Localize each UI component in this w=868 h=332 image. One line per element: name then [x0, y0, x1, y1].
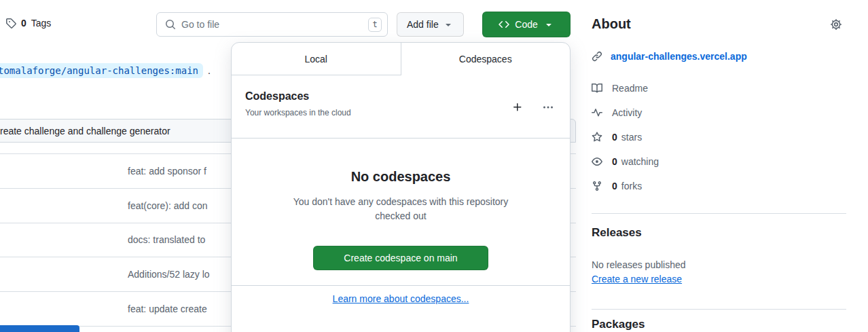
codespaces-header: Codespaces Your workspaces in the cloud: [232, 75, 570, 139]
github-repo-page: 0 Tags t Add file Code tomalaforge/angul…: [0, 0, 868, 332]
latest-commit-message[interactable]: create challenge and challenge generator: [0, 126, 170, 136]
new-codespace-button[interactable]: [509, 99, 526, 115]
sidebar-item-label: Activity: [612, 107, 642, 118]
tab-codespaces[interactable]: Codespaces: [401, 43, 571, 75]
no-codespaces-title: No codespaces: [232, 169, 570, 185]
create-release-link[interactable]: Create a new release: [592, 274, 682, 284]
branch-ref-period: .: [208, 65, 211, 76]
sidebar-item-label: stars: [621, 132, 642, 143]
commit-message-cell[interactable]: docs: translated to: [128, 234, 205, 245]
star-icon: [592, 132, 602, 143]
book-icon: [592, 83, 602, 94]
code-dropdown-popover: Local Codespaces Codespaces Your workspa…: [231, 42, 571, 332]
sidebar-item-activity[interactable]: Activity: [592, 106, 659, 119]
sidebar-item-label: forks: [621, 181, 642, 191]
commit-message-cell[interactable]: feat: update create: [128, 303, 207, 314]
triangle-down-icon: [443, 19, 454, 30]
go-to-file-input[interactable]: [181, 19, 363, 30]
watching-count: 0: [612, 156, 617, 167]
search-icon: [165, 19, 176, 30]
sidebar-divider: [592, 213, 846, 214]
popover-footer-divider: [232, 285, 570, 286]
releases-empty-text: No releases published: [592, 259, 686, 270]
tags-label: Tags: [31, 18, 52, 29]
add-file-label: Add file: [407, 19, 439, 30]
code-button[interactable]: Code: [482, 12, 571, 37]
tags-link[interactable]: 0 Tags: [5, 18, 51, 29]
browser-status-bar: [0, 325, 79, 332]
sidebar-item-forks[interactable]: 0 forks: [592, 179, 659, 193]
keyboard-shortcut-hint: t: [368, 18, 382, 32]
create-codespace-button[interactable]: Create codespace on main: [313, 246, 488, 270]
go-to-file-search[interactable]: t: [156, 12, 388, 37]
forks-count: 0: [612, 181, 617, 191]
plus-icon: [512, 102, 523, 113]
codespaces-actions: [509, 99, 556, 115]
triangle-down-icon: [543, 19, 554, 30]
no-codespaces-description: You don't have any codespaces with this …: [292, 195, 509, 223]
tab-local[interactable]: Local: [232, 43, 401, 75]
codespaces-title: Codespaces: [245, 90, 351, 103]
pulse-icon: [592, 107, 602, 118]
sidebar-item-watching[interactable]: 0 watching: [592, 155, 659, 168]
eye-icon: [592, 156, 602, 167]
repo-sidebar: About angular-challenges.vercel.app Read…: [592, 0, 846, 332]
sidebar-item-label: watching: [621, 156, 659, 167]
repo-meta-list: Readme Activity 0 stars 0 watch: [592, 81, 659, 193]
packages-heading[interactable]: Packages: [592, 318, 645, 331]
code-icon: [499, 19, 509, 30]
popover-tabs: Local Codespaces: [232, 43, 570, 75]
sidebar-item-label: Readme: [612, 83, 648, 94]
sidebar-item-stars[interactable]: 0 stars: [592, 130, 659, 144]
stars-count: 0: [612, 132, 617, 143]
repo-website-row: angular-challenges.vercel.app: [592, 51, 747, 62]
tags-count: 0: [21, 18, 26, 29]
code-label: Code: [515, 19, 537, 30]
commit-message-cell[interactable]: Additions/52 lazy lo: [128, 269, 210, 280]
add-file-button[interactable]: Add file: [397, 12, 464, 37]
edit-repo-settings-button[interactable]: [830, 18, 842, 33]
kebab-menu-icon: [543, 102, 554, 113]
branch-reference: tomalaforge/angular-challenges:main .: [0, 63, 211, 78]
commit-message-cell[interactable]: feat: add sponsor f: [128, 166, 206, 177]
codespaces-header-text: Codespaces Your workspaces in the cloud: [245, 90, 351, 138]
sidebar-item-readme[interactable]: Readme: [592, 81, 659, 95]
commit-message-cell[interactable]: feat(core): add con: [128, 200, 208, 211]
gear-icon: [830, 18, 842, 31]
sidebar-divider: [592, 309, 846, 310]
about-heading: About: [592, 16, 631, 32]
codespaces-options-button[interactable]: [540, 99, 556, 115]
learn-more-codespaces-link[interactable]: Learn more about codespaces...: [232, 293, 570, 304]
codespaces-subtitle: Your workspaces in the cloud: [245, 108, 351, 117]
tag-icon: [5, 18, 16, 29]
branch-ref-code[interactable]: tomalaforge/angular-challenges:main: [0, 63, 203, 78]
link-icon: [592, 51, 602, 62]
website-link[interactable]: angular-challenges.vercel.app: [611, 51, 747, 62]
repo-fork-icon: [592, 181, 602, 191]
releases-heading[interactable]: Releases: [592, 226, 642, 240]
